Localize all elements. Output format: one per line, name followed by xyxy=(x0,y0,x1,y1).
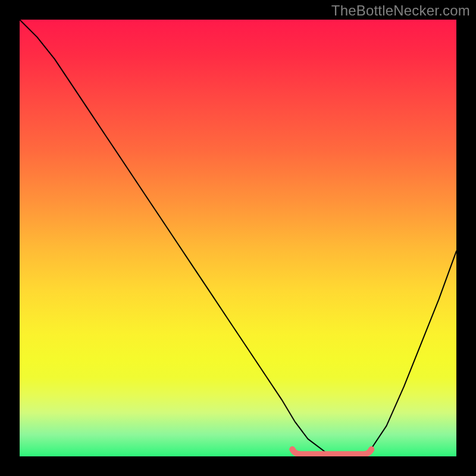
bottleneck-curve xyxy=(20,20,456,456)
chart-plot-area xyxy=(20,20,456,456)
optimal-zone-right-cap xyxy=(368,446,374,452)
watermark-text: TheBottleNecker.com xyxy=(331,2,470,19)
optimal-zone-left-cap xyxy=(289,446,295,452)
optimal-zone-highlight xyxy=(292,449,371,454)
chart-svg xyxy=(20,20,456,456)
